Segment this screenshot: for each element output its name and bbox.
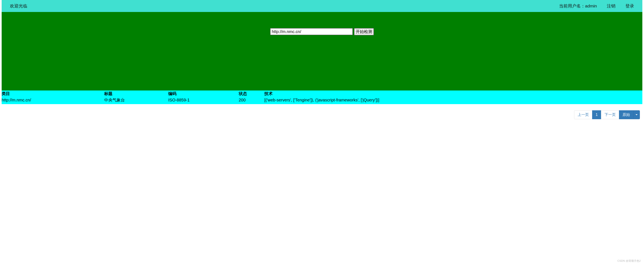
next-page-button[interactable]: 下一页 <box>601 110 619 119</box>
top-right-nav: 当前用户名：admin 注销 登录 <box>559 3 634 9</box>
url-input[interactable] <box>270 28 353 35</box>
hero-panel: 开始检测 <box>2 12 642 90</box>
logout-link[interactable]: 注销 <box>607 3 616 9</box>
page-1-button[interactable]: 1 <box>592 110 601 119</box>
prev-page-button[interactable]: 上一页 <box>574 110 592 119</box>
pagination: 上一页 1 下一页 原始 <box>574 110 640 119</box>
col-category: 类目 <box>2 90 104 97</box>
login-link[interactable]: 登录 <box>626 3 634 9</box>
table-header-row: 类目 标题 编码 状态 技术 <box>2 90 642 97</box>
table-row: http://m.nmc.cn/ 中央气象台 ISO-8859-1 200 [(… <box>2 97 642 104</box>
top-bar: 欢迎光临 当前用户名：admin 注销 登录 <box>2 0 642 12</box>
current-user-label: 当前用户名：admin <box>559 3 597 9</box>
cell-tech: [('web-servers', ['Tengine']), ('javascr… <box>264 97 642 104</box>
col-encoding: 编码 <box>168 90 239 97</box>
cell-status: 200 <box>239 97 264 104</box>
cell-category: http://m.nmc.cn/ <box>2 97 104 104</box>
results-table: 类目 标题 编码 状态 技术 http://m.nmc.cn/ 中央气象台 IS… <box>2 90 642 104</box>
caret-down-icon <box>636 114 638 115</box>
col-tech: 技术 <box>264 90 642 97</box>
search-group: 开始检测 <box>270 28 374 35</box>
pagination-wrap: 上一页 1 下一页 原始 <box>0 104 644 119</box>
cell-encoding: ISO-8859-1 <box>168 97 239 104</box>
welcome-text: 欢迎光临 <box>10 3 27 9</box>
detect-button[interactable]: 开始检测 <box>354 28 374 35</box>
raw-dropdown-toggle[interactable] <box>633 110 640 119</box>
col-title: 标题 <box>104 90 168 97</box>
raw-button[interactable]: 原始 <box>619 110 634 119</box>
cell-title: 中央气象台 <box>104 97 168 104</box>
col-status: 状态 <box>239 90 264 97</box>
